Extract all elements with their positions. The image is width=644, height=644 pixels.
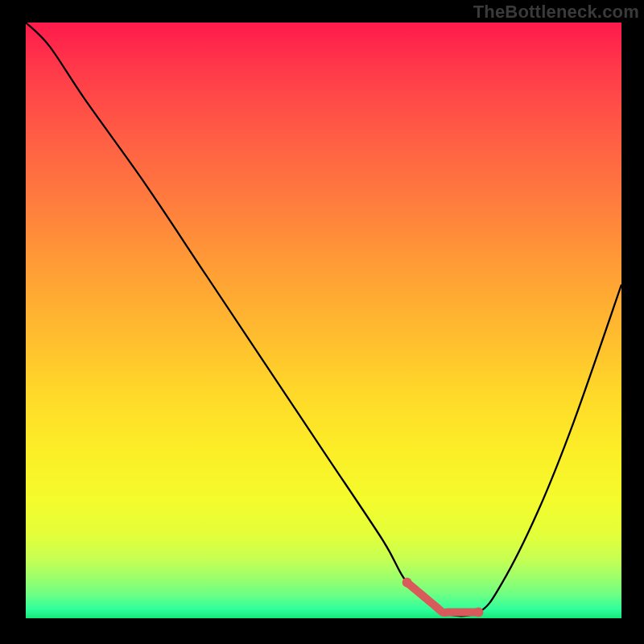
highlight-endpoint-right [473,608,483,617]
watermark-text: TheBottleneck.com [473,2,639,23]
highlight-endpoint-left [402,578,412,588]
bottleneck-curve [26,23,621,616]
chart-svg [26,23,621,618]
highlight-segment [407,583,479,613]
plot-area [26,23,621,618]
chart-frame: TheBottleneck.com [0,0,644,644]
